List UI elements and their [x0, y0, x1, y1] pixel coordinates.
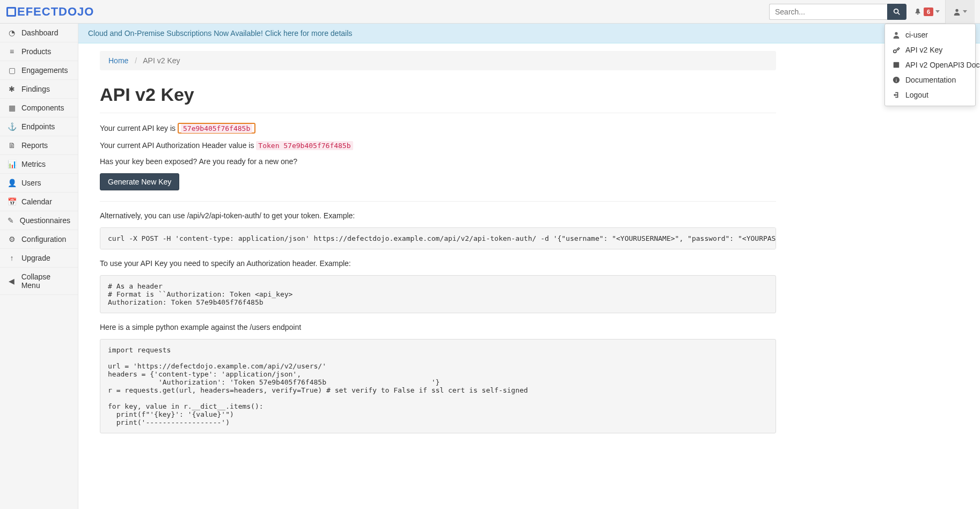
svg-line-1: [898, 12, 900, 14]
main-content: Cloud and On-Premise Subscriptions Now A…: [78, 24, 980, 509]
bug-icon: ✱: [8, 85, 16, 93]
subscription-alert[interactable]: Cloud and On-Premise Subscriptions Now A…: [78, 24, 980, 43]
sidebar-item-label: Findings: [21, 85, 50, 93]
chart-icon: 📊: [8, 160, 16, 168]
bell-icon: [914, 8, 922, 16]
search: [769, 4, 906, 20]
auth-header-value: Token 57e9b405f76f485b: [256, 141, 353, 150]
sidebar-item-products[interactable]: ≡Products: [0, 42, 78, 61]
user-icon: 👤: [8, 179, 16, 187]
sidebar-item-label: Engagements: [21, 66, 68, 75]
sidebar-item-endpoints[interactable]: ⚓Endpoints: [0, 117, 78, 136]
svg-point-2: [955, 9, 958, 11]
search-button[interactable]: [887, 4, 906, 20]
topbar: EFECTDOJO 6 ci-user API v2 Key API v2 Op…: [0, 0, 980, 24]
notifications-count: 6: [924, 8, 933, 16]
sitemap-icon: ⚓: [8, 122, 16, 131]
usermenu-username-label: ci-user: [905, 31, 928, 39]
search-input[interactable]: [769, 4, 887, 20]
curl-example-code: curl -X POST -H 'content-type: applicati…: [100, 227, 776, 249]
sidebar-item-label: Questionnaires: [20, 216, 70, 225]
breadcrumb-separator: /: [135, 56, 137, 65]
sidebar-item-questionnaires[interactable]: ✎Questionnaires: [0, 211, 78, 230]
python-example-code: import requests url = 'https://defectdoj…: [100, 339, 776, 433]
usermenu-documentation[interactable]: i Documentation: [885, 72, 975, 87]
logo-text: EFECTDOJO: [17, 5, 94, 18]
upgrade-icon: ↑: [8, 254, 16, 262]
auth-header-line: Your current API Authorization Header va…: [100, 141, 776, 150]
api-key-value: 57e9b405f76f485b: [181, 124, 252, 133]
clipboard-icon: ▢: [8, 66, 16, 75]
sidebar-item-engagements[interactable]: ▢Engagements: [0, 61, 78, 80]
sidebar-item-label: Collapse Menu: [21, 272, 70, 290]
collapse-icon: ◀: [8, 277, 16, 285]
exposed-prompt: Has your key been exposed? Are you ready…: [100, 157, 776, 166]
user-icon: [893, 31, 900, 39]
alt-text: Alternatively, you can use /api/v2/api-t…: [100, 211, 776, 220]
sidebar-item-label: Metrics: [21, 160, 46, 168]
usermenu-item-label: Documentation: [905, 76, 956, 84]
sidebar-item-findings[interactable]: ✱Findings: [0, 80, 78, 99]
sidebar-item-label: Products: [21, 47, 51, 56]
sidebar-item-dashboard[interactable]: ◔Dashboard: [0, 24, 78, 42]
sidebar-item-metrics[interactable]: 📊Metrics: [0, 155, 78, 174]
generate-new-key-button[interactable]: Generate New Key: [100, 173, 179, 190]
sidebar-item-label: Calendar: [21, 197, 52, 206]
grid-icon: ▦: [8, 104, 16, 112]
auth-header-label: Your current API Authorization Header va…: [100, 141, 254, 150]
gear-icon: ⚙: [8, 235, 16, 244]
usermenu-logout[interactable]: Logout: [885, 87, 975, 102]
sidebar-item-label: Users: [21, 179, 41, 187]
api-key-line: Your current API key is 57e9b405f76f485b: [100, 123, 776, 134]
breadcrumb-current: API v2 Key: [143, 56, 180, 65]
file-icon: 🗎: [8, 141, 16, 150]
search-icon: [893, 8, 901, 16]
sidebar-item-label: Endpoints: [21, 122, 55, 131]
api-key-highlight: 57e9b405f76f485b: [178, 123, 255, 134]
sidebar-item-label: Dashboard: [21, 28, 58, 37]
svg-rect-5: [894, 62, 899, 68]
sidebar-item-calendar[interactable]: 📅Calendar: [0, 193, 78, 211]
usermenu-openapi-docs[interactable]: API v2 OpenAPI3 Docs: [885, 57, 975, 72]
logo-mark-icon: [6, 7, 16, 17]
divider: [100, 113, 776, 113]
usermenu-api-key[interactable]: API v2 Key: [885, 42, 975, 57]
usermenu-username: ci-user: [885, 27, 975, 42]
divider: [100, 201, 776, 202]
notifications-button[interactable]: 6: [914, 8, 940, 16]
sidebar-item-label: Configuration: [21, 235, 66, 244]
usermenu-item-label: API v2 Key: [905, 46, 942, 54]
user-menu-dropdown: ci-user API v2 Key API v2 OpenAPI3 Docs …: [884, 24, 976, 106]
key-icon: [893, 46, 900, 54]
usermenu-item-label: API v2 OpenAPI3 Docs: [905, 61, 980, 69]
python-text: Here is a simple python example against …: [100, 323, 776, 331]
svg-point-0: [894, 9, 898, 13]
sidebar-item-configuration[interactable]: ⚙Configuration: [0, 230, 78, 249]
breadcrumb: Home / API v2 Key: [100, 51, 776, 70]
sidebar-item-collapse[interactable]: ◀Collapse Menu: [0, 268, 78, 295]
sidebar-item-components[interactable]: ▦Components: [0, 99, 78, 117]
usermenu-item-label: Logout: [905, 91, 928, 99]
svg-text:i: i: [896, 78, 897, 83]
user-icon: [953, 8, 961, 16]
use-header-text: To use your API Key you need to specify …: [100, 259, 776, 268]
info-icon: i: [893, 76, 900, 84]
logo[interactable]: EFECTDOJO: [6, 5, 94, 19]
signout-icon: [893, 91, 900, 99]
user-menu-button[interactable]: [945, 0, 975, 24]
header-example-code: # As a header # Format is ``Authorizatio…: [100, 275, 776, 313]
svg-point-3: [895, 32, 897, 35]
dashboard-icon: ◔: [8, 28, 16, 37]
book-icon: [893, 61, 900, 69]
breadcrumb-home[interactable]: Home: [108, 56, 128, 65]
api-key-label: Your current API key is: [100, 124, 175, 132]
sidebar-item-users[interactable]: 👤Users: [0, 174, 78, 193]
sidebar-item-reports[interactable]: 🗎Reports: [0, 136, 78, 155]
sidebar-item-label: Upgrade: [21, 254, 50, 262]
sidebar-item-upgrade[interactable]: ↑Upgrade: [0, 249, 78, 268]
page-title: API v2 Key: [100, 84, 776, 105]
calendar-icon: 📅: [8, 197, 16, 206]
chevron-down-icon: [935, 10, 940, 13]
list-icon: ≡: [8, 47, 16, 56]
chevron-down-icon: [963, 10, 967, 13]
